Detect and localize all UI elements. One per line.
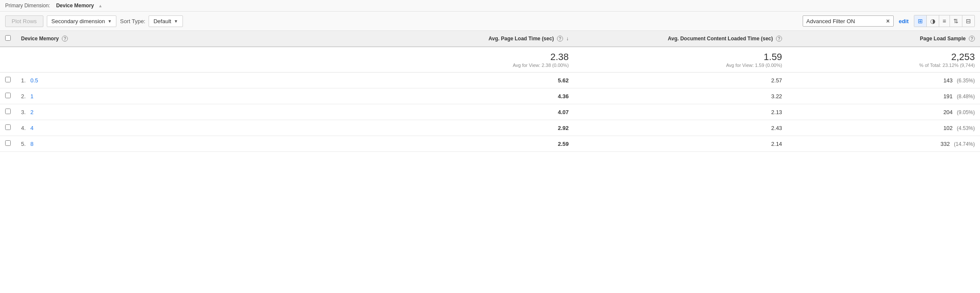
row-device-link[interactable]: 0.5	[30, 77, 38, 84]
bar-view-button[interactable]: ≡	[939, 15, 950, 27]
row-checkbox-2[interactable]	[5, 109, 11, 114]
dimension-caret: ▲	[98, 3, 103, 8]
page-load-sample-help-icon[interactable]: ?	[969, 36, 975, 42]
summary-sample-main: 2,253	[792, 51, 975, 63]
edit-filter-link[interactable]: edit	[899, 18, 909, 24]
row-avgload-cell: 4.36	[380, 88, 574, 104]
row-checkbox-1[interactable]	[5, 93, 11, 98]
sort-arrow-icon: ↓	[566, 36, 569, 42]
view-toggle-group: ⊞ ◑ ≡ ⇅ ⊟	[914, 15, 975, 27]
table-view-button[interactable]: ⊞	[914, 15, 927, 27]
secondary-dimension-chevron: ▼	[108, 19, 112, 24]
row-checkbox-4[interactable]	[5, 140, 11, 146]
row-avgdoc-cell: 2.43	[574, 120, 787, 136]
row-sample-pct: (4.53%)	[957, 125, 975, 131]
secondary-dimension-dropdown[interactable]: Secondary dimension ▼	[47, 15, 117, 27]
summary-avgdoc-sub: Avg for View: 1.59 (0.00%)	[579, 63, 782, 68]
row-device-cell: 3. 2	[16, 104, 380, 120]
row-sample-pct: (8.48%)	[957, 94, 975, 100]
row-device-cell: 5. 8	[16, 136, 380, 152]
row-sample-cell: 102 (4.53%)	[787, 120, 980, 136]
row-device-link[interactable]: 2	[30, 109, 33, 115]
header-device-memory: Device Memory ?	[16, 31, 380, 47]
row-sample-num: 332	[940, 141, 950, 147]
row-number: 5.	[21, 141, 26, 147]
row-avgload-cell: 2.92	[380, 120, 574, 136]
table-row: 1. 0.5 5.62 2.57 143 (6.35%)	[0, 72, 980, 88]
table-header-row: Device Memory ? Avg. Page Load Time (sec…	[0, 31, 980, 47]
header-device-memory-label: Device Memory	[21, 36, 59, 42]
avg-doc-load-help-icon[interactable]: ?	[776, 36, 782, 42]
header-avg-doc-load-label: Avg. Document Content Loaded Time (sec)	[668, 36, 773, 42]
row-sample-cell: 204 (9.05%)	[787, 104, 980, 120]
row-number: 3.	[21, 109, 26, 115]
row-device-link[interactable]: 4	[30, 125, 33, 131]
primary-dimension-bar: Primary Dimension: Device Memory ▲	[0, 0, 980, 12]
filter-box: Advanced Filter ON ×	[803, 15, 894, 27]
row-sample-num: 191	[943, 93, 953, 100]
row-sample-cell: 143 (6.35%)	[787, 72, 980, 88]
summary-avgdoc-main: 1.59	[579, 51, 782, 63]
row-sample-num: 204	[943, 109, 953, 115]
row-sample-cell: 191 (8.48%)	[787, 88, 980, 104]
table-row: 5. 8 2.59 2.14 332 (14.74%)	[0, 136, 980, 152]
summary-avgload-main: 2.38	[386, 51, 569, 63]
row-avgdoc-cell: 2.57	[574, 72, 787, 88]
row-checkbox-0[interactable]	[5, 77, 11, 82]
avg-page-load-help-icon[interactable]: ?	[557, 36, 563, 42]
header-avg-page-load-label: Avg. Page Load Time (sec)	[489, 36, 554, 42]
row-checkbox-3[interactable]	[5, 124, 11, 130]
header-page-load-sample-label: Page Load Sample	[920, 36, 966, 42]
row-avgload-cell: 2.59	[380, 136, 574, 152]
row-sample-pct: (9.05%)	[957, 109, 975, 115]
data-table: Device Memory ? Avg. Page Load Time (sec…	[0, 31, 980, 152]
row-avgload-cell: 4.07	[380, 104, 574, 120]
summary-device-cell	[16, 47, 380, 72]
row-sample-pct: (14.74%)	[954, 141, 975, 147]
table-row: 3. 2 4.07 2.13 204 (9.05%)	[0, 104, 980, 120]
secondary-dimension-label: Secondary dimension	[52, 18, 105, 24]
select-all-checkbox[interactable]	[5, 35, 11, 41]
header-avg-page-load: Avg. Page Load Time (sec) ? ↓	[380, 31, 574, 47]
plot-rows-button[interactable]: Plot Rows	[5, 15, 43, 27]
header-checkbox-cell	[0, 31, 16, 47]
row-device-cell: 4. 4	[16, 120, 380, 136]
row-avgdoc-cell: 2.13	[574, 104, 787, 120]
sort-type-value: Default	[153, 18, 171, 24]
primary-dimension-label: Primary Dimension:	[5, 3, 50, 9]
row-sample-num: 143	[943, 77, 953, 84]
row-avgdoc-cell: 3.22	[574, 88, 787, 104]
row-checkbox-cell	[0, 136, 16, 152]
sort-type-label: Sort Type:	[120, 18, 145, 24]
row-device-cell: 2. 1	[16, 88, 380, 104]
row-checkbox-cell	[0, 104, 16, 120]
header-page-load-sample: Page Load Sample ?	[787, 31, 980, 47]
row-checkbox-cell	[0, 120, 16, 136]
filter-clear-button[interactable]: ×	[886, 18, 890, 24]
row-sample-pct: (6.35%)	[957, 78, 975, 84]
table-row: 4. 4 2.92 2.43 102 (4.53%)	[0, 120, 980, 136]
summary-avgload-cell: 2.38 Avg for View: 2.38 (0.00%)	[380, 47, 574, 72]
summary-avgdoc-cell: 1.59 Avg for View: 1.59 (0.00%)	[574, 47, 787, 72]
compare-view-button[interactable]: ⇅	[950, 15, 962, 27]
row-number: 1.	[21, 77, 26, 84]
summary-sample-sub: % of Total: 23.12% (9,744)	[792, 63, 975, 68]
device-memory-help-icon[interactable]: ?	[62, 36, 68, 42]
toolbar: Plot Rows Secondary dimension ▼ Sort Typ…	[0, 12, 980, 31]
summary-sample-cell: 2,253 % of Total: 23.12% (9,744)	[787, 47, 980, 72]
primary-dimension-value: Device Memory	[56, 3, 94, 9]
row-device-cell: 1. 0.5	[16, 72, 380, 88]
row-avgload-cell: 5.62	[380, 72, 574, 88]
row-device-link[interactable]: 1	[30, 93, 33, 100]
table-row: 2. 1 4.36 3.22 191 (8.48%)	[0, 88, 980, 104]
row-checkbox-cell	[0, 72, 16, 88]
summary-row: 2.38 Avg for View: 2.38 (0.00%) 1.59 Avg…	[0, 47, 980, 72]
sort-type-dropdown[interactable]: Default ▼	[149, 15, 183, 27]
sort-type-chevron: ▼	[174, 19, 178, 24]
row-sample-cell: 332 (14.74%)	[787, 136, 980, 152]
summary-checkbox-cell	[0, 47, 16, 72]
pie-view-button[interactable]: ◑	[927, 15, 939, 27]
grid-view-button[interactable]: ⊟	[962, 15, 974, 27]
filter-text: Advanced Filter ON	[807, 18, 884, 24]
row-device-link[interactable]: 8	[30, 141, 33, 147]
